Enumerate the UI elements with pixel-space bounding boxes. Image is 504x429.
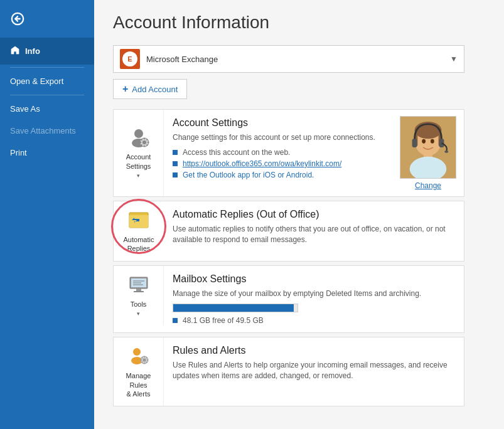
account-selector[interactable]: E Microsoft Exchange ▼ (113, 45, 464, 73)
account-name: Microsoft Exchange (146, 55, 450, 64)
mailbox-settings-section: Tools ▾ Mailbox Settings Manage the size… (113, 265, 464, 334)
svg-point-36 (133, 348, 141, 356)
change-photo-link[interactable]: Change (415, 181, 441, 190)
svg-rect-22 (439, 139, 444, 147)
rules-alerts-desc: Use Rules and Alerts to help organize yo… (173, 360, 455, 381)
svg-line-12 (141, 145, 142, 146)
profile-photo-section: Change (400, 110, 464, 196)
automatic-replies-icon[interactable]: AutomaticReplies (114, 201, 164, 261)
auto-replies-icon-wrapper: AutomaticReplies (114, 201, 164, 261)
mailbox-progress-bar (173, 304, 298, 312)
mailbox-settings-desc: Manage the size of your mailbox by empty… (173, 289, 455, 299)
dropdown-arrow-icon: ▼ (450, 55, 458, 63)
account-settings-desc: Change settings for this account or set … (173, 132, 385, 143)
bullet-icon-3 (173, 172, 178, 177)
bullet-icon-2 (173, 161, 178, 166)
svg-rect-32 (134, 291, 144, 292)
mailbox-progress-text: 48.1 GB free of 49.5 GB (173, 316, 455, 325)
add-icon: + (122, 83, 128, 95)
tools-icon[interactable]: Tools ▾ (114, 266, 164, 326)
bullet-link-app[interactable]: Get the Outlook app for iOS or Android. (183, 171, 314, 179)
add-account-label: Add Account (132, 85, 178, 94)
svg-point-2 (134, 129, 143, 138)
exchange-icon: E (120, 49, 140, 69)
tools-chevron: ▾ (137, 310, 140, 317)
sidebar-item-print[interactable]: Print (0, 142, 94, 164)
back-button[interactable] (5, 6, 30, 31)
mailbox-settings-content: Mailbox Settings Manage the size of your… (164, 266, 464, 333)
sidebar-divider-2 (10, 95, 84, 95)
sidebar-item-save-as[interactable]: Save As (0, 98, 94, 120)
mailbox-settings-title: Mailbox Settings (173, 273, 455, 285)
account-settings-left: Account Settings ▾ Account Settings Chan… (114, 110, 394, 196)
profile-photo (400, 116, 456, 179)
svg-rect-31 (136, 289, 141, 291)
rules-alerts-label: Manage Rules& Alerts (119, 371, 158, 398)
auto-replies-icon-box (126, 209, 151, 231)
account-settings-section: Account Settings ▾ Account Settings Chan… (113, 109, 464, 197)
auto-replies-title: Automatic Replies (Out of Office) (173, 209, 455, 220)
sidebar-divider (10, 67, 84, 68)
auto-replies-content: Automatic Replies (Out of Office) Use au… (164, 201, 464, 258)
svg-line-44 (141, 358, 142, 358)
account-settings-content: Account Settings Change settings for thi… (164, 110, 394, 196)
add-account-button[interactable]: + Add Account (113, 79, 187, 99)
progress-fill (173, 304, 294, 312)
sidebar-item-open-export[interactable]: Open & Export (0, 70, 94, 92)
bullet-icon-1 (173, 150, 178, 155)
svg-point-23 (444, 151, 448, 153)
home-icon (10, 45, 20, 57)
bullet-link-url[interactable]: https://outlook.office365.com/owa/keylin… (183, 159, 341, 168)
sidebar-item-info[interactable]: Info (0, 38, 94, 65)
account-settings-label: Account Settings ▾ (119, 152, 158, 179)
bullet-access-web: Access this account on the web. (173, 148, 385, 157)
rules-alerts-icon[interactable]: Manage Rules& Alerts (114, 337, 164, 406)
account-settings-icon-box (126, 126, 151, 149)
main-content: Account Information E Microsoft Exchange… (94, 0, 504, 429)
svg-point-24 (422, 139, 426, 144)
tools-icon-box (126, 273, 151, 296)
account-settings-icon[interactable]: Account Settings ▾ (114, 110, 164, 196)
svg-point-5 (142, 140, 146, 144)
svg-line-46 (141, 362, 142, 363)
progress-bullet-icon (173, 318, 178, 323)
bullet-text-access: Access this account on the web. (183, 148, 290, 157)
sidebar-item-save-attachments: Save Attachments (0, 120, 94, 142)
sidebar: Info Open & Export Save As Save Attachme… (0, 0, 94, 429)
svg-line-47 (146, 358, 146, 358)
tools-label: Tools ▾ (131, 300, 147, 318)
rules-alerts-content: Rules and Alerts Use Rules and Alerts to… (164, 337, 464, 394)
svg-point-25 (431, 139, 434, 144)
account-settings-chevron: ▾ (137, 172, 140, 179)
rules-alerts-title: Rules and Alerts (173, 345, 455, 356)
bullet-url: https://outlook.office365.com/owa/keylin… (173, 159, 385, 168)
account-settings-title: Account Settings (173, 117, 385, 129)
svg-line-11 (146, 145, 147, 146)
svg-rect-21 (412, 139, 417, 147)
svg-point-39 (142, 359, 146, 362)
progress-label: 48.1 GB free of 49.5 GB (183, 316, 264, 325)
sidebar-info-label: Info (25, 46, 40, 56)
bullet-app: Get the Outlook app for iOS or Android. (173, 171, 385, 179)
rules-icon-box (126, 345, 151, 368)
automatic-replies-section: AutomaticReplies Automatic Replies (Out … (113, 201, 464, 262)
svg-line-45 (146, 362, 146, 363)
page-title: Account Information (113, 13, 485, 33)
exchange-inner-icon: E (122, 51, 137, 66)
svg-line-10 (141, 139, 142, 140)
auto-replies-label: AutomaticReplies (124, 235, 154, 253)
rules-alerts-section: Manage Rules& Alerts Rules and Alerts Us… (113, 337, 464, 406)
auto-replies-desc: Use automatic replies to notify others t… (173, 224, 455, 245)
svg-line-13 (146, 139, 147, 140)
